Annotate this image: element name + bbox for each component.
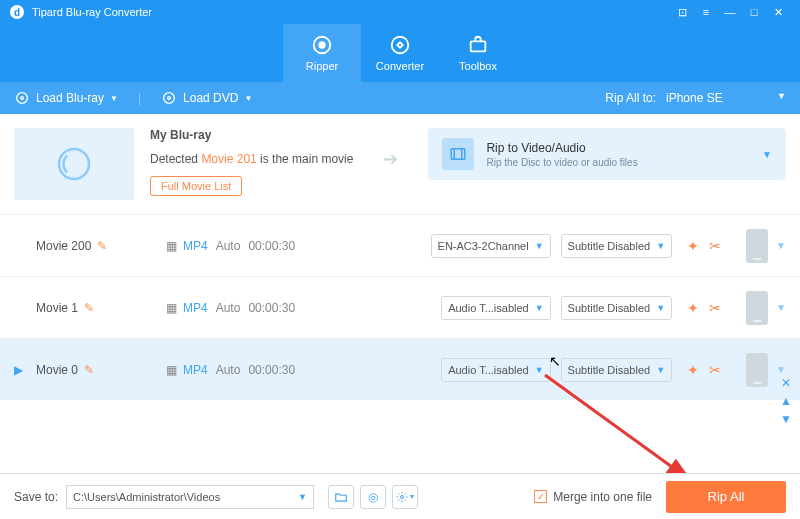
move-down-icon[interactable]: ▼ <box>780 412 792 426</box>
merge-checkbox[interactable]: ✓ Merge into one file <box>534 490 652 504</box>
open-folder-button[interactable] <box>328 485 354 509</box>
minimize-icon[interactable]: — <box>718 6 742 18</box>
subtitle-select[interactable]: Subtitle Disabled▼ <box>561 358 672 382</box>
rip-all-to-label: Rip All to: <box>605 91 656 105</box>
enhance-icon[interactable]: ✦ <box>687 300 699 316</box>
edit-icon[interactable]: ✎ <box>84 363 94 377</box>
chevron-down-icon: ▼ <box>110 94 118 103</box>
device-preview <box>746 291 768 325</box>
converter-icon <box>389 34 411 56</box>
chevron-down-icon: ▼ <box>762 149 772 160</box>
media-icon: ▦ <box>166 239 177 253</box>
app-title: Tipard Blu-ray Converter <box>32 6 152 18</box>
svg-point-6 <box>164 93 175 104</box>
format-label: MP4 <box>183 363 208 377</box>
auto-label: Auto <box>216 239 241 253</box>
cut-icon[interactable]: ✂ <box>709 300 721 316</box>
snapshot-button[interactable]: ◎ <box>360 485 386 509</box>
enhance-icon[interactable]: ✦ <box>687 238 699 254</box>
dvd-icon <box>161 90 177 106</box>
movie-name: Movie 0 <box>36 363 78 377</box>
audio-select[interactable]: Audio T...isabled▼ <box>441 296 550 320</box>
device-preview <box>746 353 768 387</box>
format-label: MP4 <box>183 301 208 315</box>
settings-button[interactable]: ▾ <box>392 485 418 509</box>
video-icon <box>442 138 474 170</box>
ripper-icon <box>311 34 333 56</box>
cut-icon[interactable]: ✂ <box>709 238 721 254</box>
close-icon[interactable]: ✕ <box>766 6 790 19</box>
main-movie-link[interactable]: Movie 201 <box>201 152 256 166</box>
app-logo: d <box>10 5 24 19</box>
auto-label: Auto <box>216 301 241 315</box>
arrow-right-icon: ➔ <box>383 148 398 170</box>
svg-point-4 <box>17 93 28 104</box>
svg-rect-3 <box>471 41 486 51</box>
tab-converter[interactable]: Converter <box>361 24 439 82</box>
duration-label: 00:00:30 <box>248 239 295 253</box>
subtitle-select[interactable]: Subtitle Disabled▼ <box>561 234 672 258</box>
audio-select[interactable]: Audio T...isabled▼ <box>441 358 550 382</box>
save-path-select[interactable]: C:\Users\Administrator\Videos ▼ <box>66 485 314 509</box>
device-preview <box>746 229 768 263</box>
cut-icon[interactable]: ✂ <box>709 362 721 378</box>
duration-label: 00:00:30 <box>248 301 295 315</box>
svg-point-5 <box>21 97 24 100</box>
duration-label: 00:00:30 <box>248 363 295 377</box>
toolbox-icon <box>467 34 489 56</box>
save-to-label: Save to: <box>14 490 58 504</box>
close-row-icon[interactable]: ✕ <box>781 376 791 390</box>
full-movie-list-button[interactable]: Full Movie List <box>150 176 242 196</box>
edit-icon[interactable]: ✎ <box>84 301 94 315</box>
audio-select[interactable]: EN-AC3-2Channel▼ <box>431 234 551 258</box>
move-up-icon[interactable]: ▲ <box>780 394 792 408</box>
svg-point-1 <box>319 42 325 48</box>
movie-row[interactable]: Movie 1 ✎ ▦ MP4 Auto 00:00:30 Audio T...… <box>0 276 800 338</box>
subtitle-select[interactable]: Subtitle Disabled▼ <box>561 296 672 320</box>
play-icon[interactable]: ▶ <box>14 363 32 377</box>
disc-title: My Blu-ray <box>150 128 353 142</box>
feedback-icon[interactable]: ⊡ <box>670 6 694 19</box>
rip-target-select[interactable]: Rip to Video/Audio Rip the Disc to video… <box>428 128 786 180</box>
media-icon: ▦ <box>166 301 177 315</box>
svg-point-2 <box>392 37 409 54</box>
enhance-icon[interactable]: ✦ <box>687 362 699 378</box>
chevron-down-icon[interactable]: ▼ <box>776 302 786 313</box>
tab-toolbox[interactable]: Toolbox <box>439 24 517 82</box>
format-label: MP4 <box>183 239 208 253</box>
svg-point-7 <box>168 97 171 100</box>
rip-all-to-select[interactable]: iPhone SE ▼ <box>666 89 786 107</box>
tab-ripper[interactable]: Ripper <box>283 24 361 82</box>
detected-text: Detected Movie 201 is the main movie <box>150 152 353 166</box>
menu-icon[interactable]: ≡ <box>694 6 718 18</box>
load-bluray-button[interactable]: Load Blu-ray ▼ <box>14 90 118 106</box>
movie-row[interactable]: ▶ Movie 0 ✎ ▦ MP4 Auto 00:00:30 Audio T.… <box>0 338 800 400</box>
chevron-down-icon: ▼ <box>777 91 786 105</box>
movie-name: Movie 200 <box>36 239 91 253</box>
movie-row[interactable]: Movie 200 ✎ ▦ MP4 Auto 00:00:30 EN-AC3-2… <box>0 214 800 276</box>
rip-all-button[interactable]: Rip All <box>666 481 786 513</box>
disc-thumbnail <box>14 128 134 200</box>
maximize-icon[interactable]: □ <box>742 6 766 18</box>
chevron-down-icon[interactable]: ▼ <box>776 240 786 251</box>
auto-label: Auto <box>216 363 241 377</box>
media-icon: ▦ <box>166 363 177 377</box>
movie-name: Movie 1 <box>36 301 78 315</box>
edit-icon[interactable]: ✎ <box>97 239 107 253</box>
svg-rect-9 <box>452 149 466 160</box>
chevron-down-icon: ▼ <box>244 94 252 103</box>
load-dvd-button[interactable]: Load DVD ▼ <box>161 90 252 106</box>
bluray-icon <box>14 90 30 106</box>
chevron-down-icon: ▼ <box>298 492 307 502</box>
svg-point-11 <box>401 495 404 498</box>
